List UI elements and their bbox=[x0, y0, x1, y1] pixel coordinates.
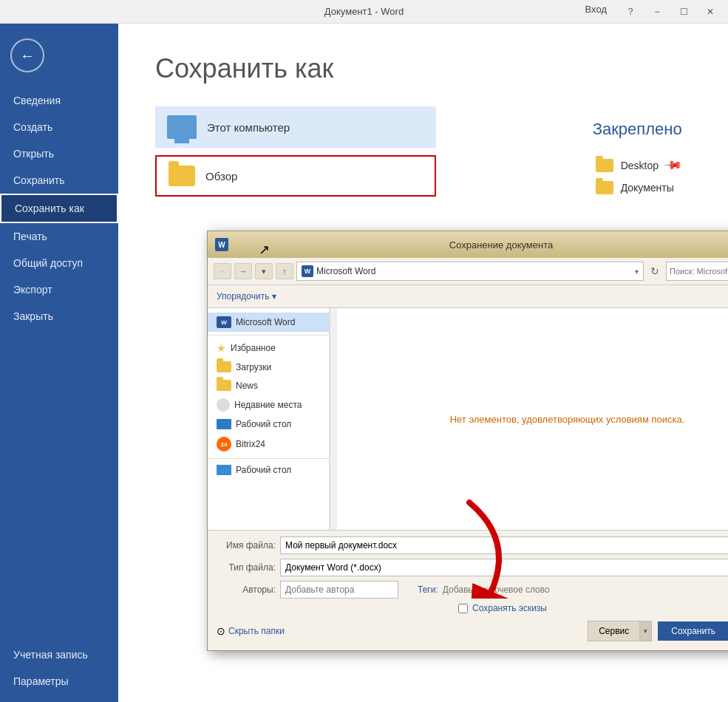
filename-row: Имя файла: ▾ bbox=[217, 536, 728, 554]
this-computer-option[interactable]: Этот компьютер bbox=[155, 106, 436, 148]
sidebar-item-open[interactable]: Открыть bbox=[0, 140, 118, 167]
computer-icon bbox=[167, 115, 197, 139]
title-login[interactable]: Вход bbox=[585, 4, 607, 20]
news-folder-icon bbox=[217, 380, 231, 391]
organize-button[interactable]: Упорядочить ▾ bbox=[214, 290, 279, 303]
main-content: Сохранить как Этот компьютер Обзор Закре… bbox=[118, 24, 728, 702]
nav-item-downloads[interactable]: Загрузки bbox=[208, 358, 329, 376]
favorites-icon: ★ bbox=[217, 342, 226, 354]
pinned-documents-label: Документы bbox=[621, 182, 674, 194]
desktop-nav-icon bbox=[217, 419, 231, 429]
authors-label: Авторы: bbox=[217, 585, 276, 595]
service-dropdown-button[interactable]: ▾ bbox=[639, 621, 651, 641]
dialog-title: Сохранение документа bbox=[234, 239, 728, 251]
nav-item-desktop-section[interactable]: Рабочий стол bbox=[208, 462, 329, 478]
footer-buttons: ⊙ Скрыть папки Сервис ▾ Сохранить Отмена bbox=[217, 618, 728, 644]
service-button-group: Сервис ▾ bbox=[588, 621, 652, 641]
browse-option[interactable]: Обзор bbox=[155, 155, 436, 197]
authors-tags-row: Авторы: Теги: bbox=[217, 581, 728, 599]
pinned-desktop[interactable]: Desktop 📌 bbox=[593, 154, 684, 177]
nav-item-desktop-nav[interactable]: Рабочий стол bbox=[208, 415, 329, 433]
nav-item-microsoft-word[interactable]: W Microsoft Word bbox=[208, 313, 329, 332]
dialog-file-area: Нет элементов, удовлетворяющих условиям … bbox=[337, 308, 728, 530]
sidebar-item-info[interactable]: Сведения bbox=[0, 87, 118, 114]
window-title: Документ1 - Word bbox=[324, 6, 404, 17]
app-container: ← Сведения Создать Открыть Сохранить Сох… bbox=[0, 24, 728, 702]
filetype-input[interactable] bbox=[280, 559, 728, 576]
folder-icon bbox=[169, 166, 195, 186]
filetype-label: Тип файла: bbox=[217, 562, 276, 573]
dialog-footer: Имя файла: ▾ Тип файла: ▾ Авторы: Теги: bbox=[208, 530, 728, 650]
nav-item-recent-places[interactable]: Недавние места bbox=[208, 395, 329, 415]
nav-scrollbar[interactable] bbox=[330, 308, 337, 530]
sidebar: ← Сведения Создать Открыть Сохранить Сох… bbox=[0, 24, 118, 702]
pinned-folder-icon-docs bbox=[596, 181, 613, 194]
tags-input[interactable] bbox=[443, 581, 728, 599]
authors-input[interactable] bbox=[280, 581, 398, 599]
sidebar-item-new[interactable]: Создать bbox=[0, 114, 118, 140]
service-button[interactable]: Сервис bbox=[588, 621, 639, 641]
thumbnails-checkbox[interactable] bbox=[458, 604, 468, 613]
nav-item-bitrix24[interactable]: 24 Bitrix24 bbox=[208, 433, 329, 455]
pin-icon: 📌 bbox=[663, 155, 684, 176]
desktop-section-icon bbox=[217, 465, 231, 475]
sidebar-item-close[interactable]: Закрыть bbox=[0, 303, 118, 330]
nav-divider-1 bbox=[208, 335, 329, 335]
close-button[interactable]: ✕ bbox=[700, 4, 721, 20]
checkbox-row: Сохранять эскизы bbox=[217, 603, 728, 613]
thumbnails-label[interactable]: Сохранять эскизы bbox=[472, 603, 547, 613]
filename-input[interactable] bbox=[280, 536, 728, 554]
hide-folders-label[interactable]: Скрыть папки bbox=[228, 626, 285, 636]
search-input[interactable] bbox=[670, 267, 728, 276]
sidebar-item-saveas[interactable]: Сохранить как bbox=[0, 194, 118, 223]
addr-dropdown-button[interactable]: ▾ bbox=[255, 263, 273, 279]
dialog-titlebar: W Сохранение документа ✕ bbox=[208, 231, 728, 258]
pinned-desktop-label: Desktop bbox=[621, 160, 659, 171]
dialog-word-icon: W bbox=[215, 238, 228, 251]
pinned-folder-icon-desktop bbox=[596, 159, 613, 172]
sidebar-item-settings[interactable]: Параметры bbox=[0, 668, 118, 695]
downloads-folder-icon bbox=[217, 361, 231, 372]
no-results-message: Нет элементов, удовлетворяющих условиям … bbox=[450, 414, 685, 425]
browse-label: Обзор bbox=[205, 170, 237, 183]
sidebar-item-export[interactable]: Экспорт bbox=[0, 276, 118, 303]
nav-divider-2 bbox=[208, 458, 329, 459]
help-button[interactable]: ? bbox=[620, 4, 641, 20]
recent-places-icon bbox=[217, 398, 230, 412]
hide-folders-icon: ⊙ bbox=[217, 625, 225, 637]
filetype-row: Тип файла: ▾ bbox=[217, 559, 728, 576]
back-button[interactable]: ← bbox=[10, 38, 44, 72]
addr-refresh-button[interactable]: ↻ bbox=[647, 263, 663, 279]
addr-word-icon: W bbox=[302, 265, 313, 277]
save-options: Этот компьютер Обзор bbox=[155, 106, 436, 197]
dialog-body: W Microsoft Word ★ Избранное Загрузки bbox=[208, 308, 728, 530]
search-box: 🔍 bbox=[666, 262, 728, 281]
nav-item-favorites[interactable]: ★ Избранное bbox=[208, 338, 329, 358]
tags-label: Теги: bbox=[418, 585, 438, 595]
addr-up-button[interactable]: ↑ bbox=[276, 263, 293, 279]
nav-word-icon: W bbox=[217, 316, 231, 328]
dialog-address-bar: ← → ▾ ↑ W Microsoft Word ▾ ↻ bbox=[208, 258, 728, 285]
title-bar: Документ1 - Word Вход ? − ☐ ✕ bbox=[0, 0, 728, 24]
address-path: W Microsoft Word ▾ bbox=[296, 262, 644, 281]
window-controls: Вход ? − ☐ ✕ bbox=[585, 4, 721, 20]
maximize-button[interactable]: ☐ bbox=[673, 4, 694, 20]
bitrix-icon: 24 bbox=[217, 437, 231, 451]
addr-back-button[interactable]: ← bbox=[214, 263, 231, 279]
page-title: Сохранить как bbox=[155, 53, 691, 84]
sidebar-item-share[interactable]: Общий доступ bbox=[0, 250, 118, 276]
pinned-documents[interactable]: Документы bbox=[593, 177, 684, 199]
dialog-nav-scroll: W Microsoft Word ★ Избранное Загрузки bbox=[208, 308, 337, 530]
sidebar-item-account[interactable]: Учетная запись bbox=[0, 641, 118, 668]
this-computer-label: Этот компьютер bbox=[207, 121, 290, 134]
minimize-button[interactable]: − bbox=[647, 4, 667, 20]
sidebar-item-print[interactable]: Печать bbox=[0, 223, 118, 250]
addr-dropdown-arrow[interactable]: ▾ bbox=[635, 267, 639, 276]
nav-item-news[interactable]: News bbox=[208, 376, 329, 395]
addr-forward-button[interactable]: → bbox=[234, 263, 252, 279]
dialog-nav: W Microsoft Word ★ Избранное Загрузки bbox=[208, 308, 330, 530]
organize-arrow: ▾ bbox=[272, 291, 276, 301]
pinned-section: Закреплено Desktop 📌 Документы bbox=[593, 120, 684, 199]
save-button[interactable]: Сохранить bbox=[658, 621, 728, 641]
sidebar-item-save[interactable]: Сохранить bbox=[0, 167, 118, 194]
